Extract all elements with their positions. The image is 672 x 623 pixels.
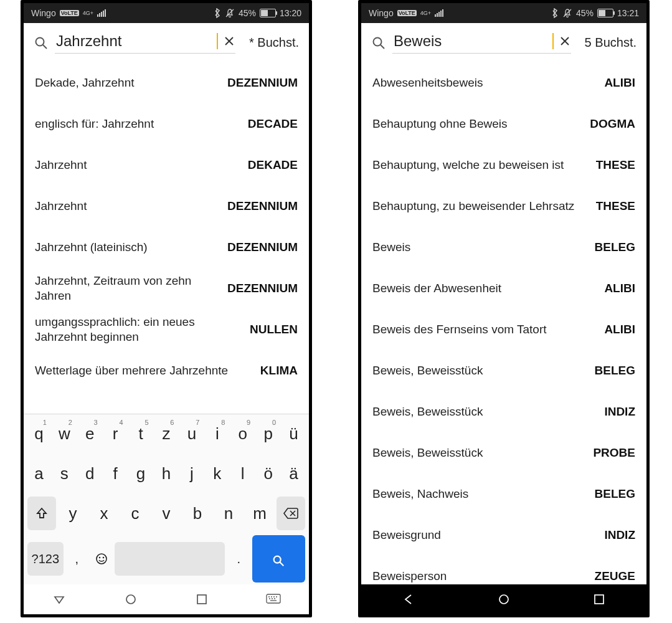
key-r[interactable]: r4	[104, 417, 127, 451]
nav-back-icon[interactable]	[50, 590, 69, 609]
key-c[interactable]: c	[121, 497, 149, 530]
search-icon[interactable]	[34, 36, 49, 50]
nav-recent-icon[interactable]	[192, 590, 211, 609]
status-bar: Wingo VoLTE 4G+ 45% 13:20	[24, 3, 309, 23]
result-row[interactable]: Behauptung ohne BeweisDOGMA	[361, 103, 646, 145]
search-input[interactable]	[392, 32, 554, 50]
result-clue: Jahrzehnt (lateinisch)	[35, 240, 155, 255]
results-list[interactable]: Dekade, JahrzehntDEZENNIUMenglisch für: …	[24, 59, 309, 414]
result-clue: Dekade, Jahrzehnt	[35, 75, 142, 90]
result-answer: BELEG	[595, 487, 635, 501]
key-y[interactable]: y	[59, 497, 87, 530]
key-p[interactable]: p0	[257, 417, 280, 451]
result-row[interactable]: Beweis, BeweisstückBELEG	[361, 350, 646, 391]
result-answer: DEZENNIUM	[227, 76, 298, 90]
result-row[interactable]: Beweis, BeweisstückINDIZ	[361, 391, 646, 432]
key-ü[interactable]: ü	[282, 417, 305, 451]
result-row[interactable]: BeweispersonZEUGE	[361, 556, 646, 584]
key-a[interactable]: a	[27, 457, 50, 491]
search-input[interactable]	[55, 32, 218, 50]
results-list[interactable]: AbwesenheitsbeweisALIBIBehauptung ohne B…	[361, 59, 646, 584]
key-o[interactable]: o9	[231, 417, 254, 451]
key-ö[interactable]: ö	[257, 457, 280, 491]
keyboard-row-2: asdfghjklöä	[24, 454, 309, 494]
nav-recent-icon[interactable]	[590, 590, 608, 609]
keyboard-search-key[interactable]	[252, 535, 305, 583]
comma-key[interactable]: ,	[66, 542, 88, 576]
nav-keyboard-icon[interactable]	[264, 590, 283, 609]
key-m[interactable]: m	[245, 497, 274, 530]
result-answer: DEZENNIUM	[227, 199, 298, 213]
result-row[interactable]: Beweis der AbwesenheitALIBI	[361, 268, 646, 309]
result-row[interactable]: Wetterlage über mehrere JahrzehnteKLIMA	[24, 350, 309, 391]
svg-line-11	[280, 562, 284, 566]
result-answer: INDIZ	[604, 528, 635, 542]
result-row[interactable]: Beweis des Fernseins vom TatortALIBI	[361, 309, 646, 350]
backspace-key[interactable]	[277, 497, 305, 530]
emoji-key[interactable]	[90, 542, 112, 576]
result-row[interactable]: Beweis, BeweisstückPROBE	[361, 432, 646, 473]
key-ä[interactable]: ä	[282, 457, 305, 491]
key-x[interactable]: x	[90, 497, 118, 530]
key-q[interactable]: q1	[27, 417, 50, 451]
letters-filter[interactable]: 5 Buchst.	[585, 36, 637, 50]
result-row[interactable]: Behauptung, welche zu beweisen istTHESE	[361, 145, 646, 186]
result-answer: BELEG	[595, 240, 635, 254]
shift-key[interactable]	[27, 497, 56, 530]
nav-back-icon[interactable]	[399, 590, 418, 609]
result-row[interactable]: Dekade, JahrzehntDEZENNIUM	[24, 62, 309, 103]
key-n[interactable]: n	[214, 497, 243, 530]
keyboard-row-1: q1w2e3r4t5z6u7i8o9p0ü	[24, 414, 309, 454]
key-t[interactable]: t5	[130, 417, 153, 451]
result-row[interactable]: BeweisBELEG	[361, 227, 646, 268]
result-row[interactable]: JahrzehntDEKADE	[24, 145, 309, 186]
result-row[interactable]: englisch für: JahrzehntDECADE	[24, 103, 309, 145]
space-key[interactable]	[115, 542, 225, 576]
key-e[interactable]: e3	[78, 417, 102, 451]
result-clue: Beweis	[372, 240, 418, 255]
result-clue: Wetterlage über mehrere Jahrzehnte	[35, 363, 235, 378]
network-type: 4G+	[420, 11, 431, 16]
letters-filter[interactable]: * Buchst.	[249, 36, 299, 50]
text-cursor	[552, 33, 554, 49]
key-b[interactable]: b	[183, 497, 212, 530]
key-u[interactable]: u7	[180, 417, 203, 451]
key-d[interactable]: d	[78, 457, 102, 491]
symbols-key[interactable]: ?123	[27, 542, 64, 576]
period-key[interactable]: .	[227, 542, 249, 576]
screen-right: Wingo VoLTE 4G+ 45% 13:21	[361, 3, 646, 614]
key-h[interactable]: h	[155, 457, 178, 491]
result-row[interactable]: BeweisgrundINDIZ	[361, 515, 646, 556]
result-row[interactable]: Jahrzehnt, Zeitraum von zehn JahrenDEZEN…	[24, 268, 309, 309]
key-j[interactable]: j	[180, 457, 203, 491]
result-row[interactable]: Jahrzehnt (lateinisch)DEZENNIUM	[24, 227, 309, 268]
result-row[interactable]: Beweis, NachweisBELEG	[361, 473, 646, 515]
result-clue: Jahrzehnt	[35, 199, 94, 214]
result-row[interactable]: JahrzehntDEZENNIUM	[24, 186, 309, 227]
result-row[interactable]: umgangssprachlich: ein neues Jahrzehnt b…	[24, 309, 309, 350]
key-g[interactable]: g	[130, 457, 153, 491]
clear-icon[interactable]	[559, 35, 571, 47]
result-row[interactable]: Behauptung, zu beweisender LehrsatzTHESE	[361, 186, 646, 227]
status-bar: Wingo VoLTE 4G+ 45% 13:21	[361, 3, 646, 23]
result-clue: Jahrzehnt, Zeitraum von zehn Jahren	[35, 273, 227, 303]
key-v[interactable]: v	[152, 497, 181, 530]
nav-home-icon[interactable]	[495, 590, 513, 609]
key-s[interactable]: s	[53, 457, 76, 491]
key-k[interactable]: k	[206, 457, 229, 491]
key-z[interactable]: z6	[155, 417, 178, 451]
clear-icon[interactable]	[223, 35, 235, 47]
result-answer: ZEUGE	[595, 569, 635, 583]
result-clue: Behauptung, welche zu beweisen ist	[372, 158, 571, 173]
key-i[interactable]: i8	[206, 417, 229, 451]
result-row[interactable]: AbwesenheitsbeweisALIBI	[361, 62, 646, 103]
key-f[interactable]: f	[104, 457, 127, 491]
bluetooth-icon	[214, 8, 221, 18]
screen-left: Wingo VoLTE 4G+ 45% 13:20	[24, 3, 309, 614]
nav-home-icon[interactable]	[121, 590, 140, 609]
battery-pct: 45%	[576, 8, 594, 18]
key-w[interactable]: w2	[53, 417, 76, 451]
search-icon[interactable]	[371, 36, 386, 50]
key-l[interactable]: l	[231, 457, 254, 491]
svg-point-24	[374, 37, 382, 45]
